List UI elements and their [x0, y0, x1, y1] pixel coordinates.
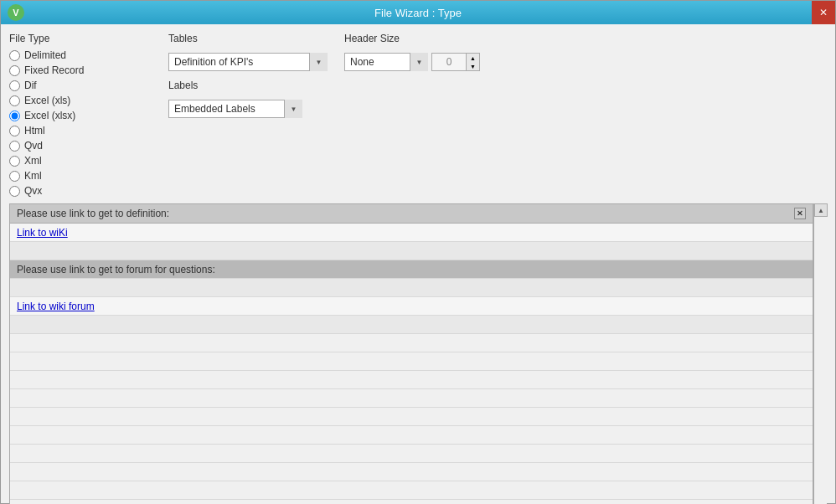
radio-input-qvd[interactable]	[9, 141, 20, 152]
file-type-radio-group: Delimited Fixed Record Dif Excel (xls)	[9, 49, 152, 197]
grid-row-light-10	[10, 500, 813, 504]
radio-label-xml: Xml	[24, 155, 42, 167]
radio-label-kml: Kml	[24, 170, 42, 182]
tables-header-row: Tables Definition of KPI's Header Size	[168, 33, 827, 71]
header-size-spinner: ▲ ▼	[431, 53, 480, 71]
wiki-link-text: Link to wiKi	[17, 227, 68, 239]
labels-row: Labels Embedded Labels No Labels Explici…	[168, 80, 827, 118]
radio-fixed-record[interactable]: Fixed Record	[9, 64, 152, 76]
radio-excel-xls[interactable]: Excel (xls)	[9, 95, 152, 106]
top-section: File Type Delimited Fixed Record Dif	[9, 33, 827, 197]
wiki-forum-link-text: Link to wiki forum	[17, 301, 95, 312]
radio-input-delimited[interactable]	[9, 50, 20, 61]
radio-label-delimited: Delimited	[24, 49, 66, 61]
forum-header-text: Please use link to get to forum for ques…	[17, 264, 215, 275]
radio-label-qvx: Qvx	[24, 185, 42, 197]
radio-label-fixed-record: Fixed Record	[24, 64, 84, 76]
file-type-label: File Type	[9, 33, 152, 44]
tables-select-wrapper: Definition of KPI's	[168, 53, 328, 71]
radio-excel-xlsx[interactable]: Excel (xlsx)	[9, 110, 152, 121]
header-size-label: Header Size	[344, 33, 480, 44]
radio-html[interactable]: Html	[9, 125, 152, 136]
labels-label: Labels	[168, 80, 302, 91]
window-title: File Wizard : Type	[374, 7, 462, 19]
labels-select-wrapper: Embedded Labels No Labels Explicit Label…	[168, 100, 302, 118]
grid-row-empty-3	[10, 316, 813, 334]
tables-group: Tables Definition of KPI's	[168, 33, 328, 71]
spinner-down-button[interactable]: ▼	[467, 62, 479, 70]
spinner-up-button[interactable]: ▲	[467, 54, 479, 62]
radio-input-xml[interactable]	[9, 156, 20, 167]
radio-label-html: Html	[24, 125, 45, 136]
vertical-scrollbar-track[interactable]	[814, 217, 827, 504]
header-size-input[interactable]	[431, 53, 467, 71]
scroll-up-button[interactable]: ▲	[814, 203, 828, 217]
grid-row-light-4	[10, 389, 813, 408]
radio-xml[interactable]: Xml	[9, 155, 152, 167]
main-window: V File Wizard : Type ✕ File Type Delimit…	[0, 0, 836, 504]
radio-label-dif: Dif	[24, 80, 37, 91]
grid-row-empty-1	[10, 242, 813, 260]
radio-input-kml[interactable]	[9, 171, 20, 182]
grid-row-light-1	[10, 334, 813, 352]
header-size-select[interactable]: None	[344, 53, 428, 71]
grid-header-text: Please use link to get to definition:	[17, 208, 169, 219]
options-panel: Tables Definition of KPI's Header Size	[168, 33, 827, 197]
main-panel: Please use link to get to definition: ✕ …	[9, 203, 827, 504]
radio-label-excel-xlsx: Excel (xlsx)	[24, 110, 75, 121]
close-button[interactable]: ✕	[812, 1, 835, 24]
grid-row-light-9	[10, 481, 813, 500]
radio-qvx[interactable]: Qvx	[9, 185, 152, 197]
file-type-panel: File Type Delimited Fixed Record Dif	[9, 33, 152, 197]
labels-group: Labels Embedded Labels No Labels Explici…	[168, 80, 302, 118]
grid-header-bar: Please use link to get to definition: ✕	[10, 204, 813, 224]
radio-input-html[interactable]	[9, 126, 20, 136]
right-scrollbar: ▲ ▼	[813, 203, 827, 504]
radio-input-fixed-record[interactable]	[9, 65, 20, 76]
title-bar-controls: ✕	[812, 1, 835, 24]
header-size-group: Header Size None ▲	[344, 33, 480, 71]
grid-row-light-6	[10, 426, 813, 445]
radio-input-excel-xlsx[interactable]	[9, 111, 20, 121]
grid-row-light-3	[10, 371, 813, 389]
title-bar: V File Wizard : Type ✕	[1, 1, 835, 24]
grid-row-forum-header: Please use link to get to forum for ques…	[10, 260, 813, 279]
labels-select[interactable]: Embedded Labels No Labels Explicit Label…	[168, 100, 302, 118]
app-logo: V	[8, 4, 24, 21]
grid-row-light-2	[10, 352, 813, 371]
tables-select[interactable]: Definition of KPI's	[168, 53, 328, 71]
radio-label-qvd: Qvd	[24, 140, 43, 152]
radio-qvd[interactable]: Qvd	[9, 140, 152, 152]
radio-dif[interactable]: Dif	[9, 80, 152, 91]
radio-input-dif[interactable]	[9, 80, 20, 91]
tables-label: Tables	[168, 33, 328, 44]
header-size-select-wrapper: None	[344, 53, 428, 71]
grid-body[interactable]: Link to wiKi Please use link to get to f…	[10, 224, 813, 504]
grid-container: Please use link to get to definition: ✕ …	[9, 203, 813, 504]
grid-row-light-5	[10, 408, 813, 426]
radio-input-excel-xls[interactable]	[9, 95, 20, 106]
content-area: File Type Delimited Fixed Record Dif	[1, 24, 835, 504]
radio-delimited[interactable]: Delimited	[9, 49, 152, 61]
radio-kml[interactable]: Kml	[9, 170, 152, 182]
grid-row-light-7	[10, 445, 813, 463]
grid-row-wiki-forum-link[interactable]: Link to wiki forum	[10, 297, 813, 316]
grid-row-wiki-link[interactable]: Link to wiKi	[10, 224, 813, 242]
grid-header-close-button[interactable]: ✕	[794, 208, 806, 219]
radio-label-excel-xls: Excel (xls)	[24, 95, 70, 106]
spinner-buttons: ▲ ▼	[467, 53, 480, 71]
grid-row-empty-2	[10, 279, 813, 297]
radio-input-qvx[interactable]	[9, 186, 20, 197]
grid-row-light-8	[10, 463, 813, 481]
